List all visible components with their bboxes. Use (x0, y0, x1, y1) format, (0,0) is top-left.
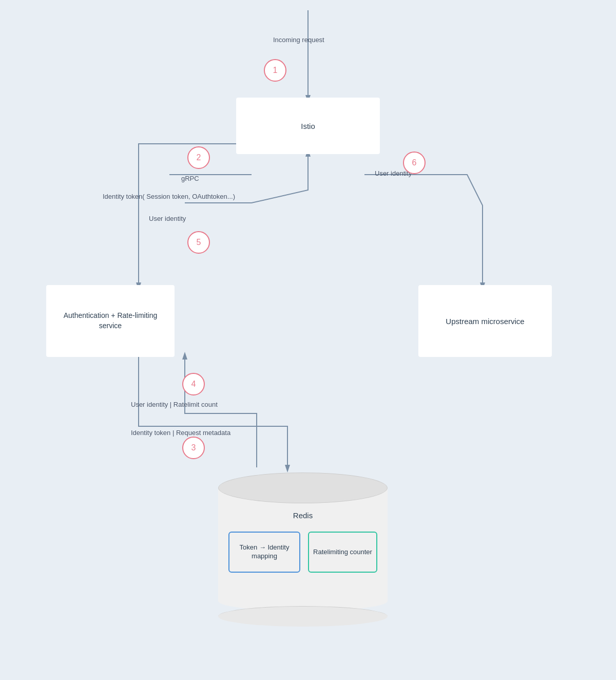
user-identity-ratelimit-label: User identity | Ratelimit count (131, 401, 218, 408)
redis-cylinder: Redis Token → Identity mapping Ratelimit… (218, 473, 388, 627)
identity-token-metadata-label: Identity token | Request metadata (131, 429, 230, 437)
redis-label: Redis (218, 511, 388, 520)
svg-marker-6 (182, 352, 187, 360)
upstream-box: Upstream microservice (418, 285, 552, 357)
badge-3: 3 (182, 437, 205, 459)
diagram-container: Incoming request 1 Istio 2 gRPC Identity… (36, 0, 580, 680)
ratelimit-counter-box: Ratelimiting counter (308, 532, 377, 573)
user-identity-label-1: User identity (149, 215, 186, 222)
badge-2: 2 (187, 146, 210, 169)
badge-5: 5 (187, 231, 210, 254)
auth-service-box: Authentication + Rate-limiting service (46, 285, 175, 357)
grpc-label: gRPC (181, 175, 199, 182)
identity-token-label: Identity token( Session token, OAuthtoke… (103, 193, 235, 200)
token-mapping-box: Token → Identity mapping (228, 532, 300, 573)
incoming-request-label: Incoming request (273, 36, 324, 44)
badge-1: 1 (264, 59, 286, 82)
badge-4: 4 (182, 373, 205, 395)
badge-6: 6 (403, 152, 426, 174)
istio-box: Istio (236, 98, 380, 154)
svg-marker-5 (285, 465, 290, 473)
